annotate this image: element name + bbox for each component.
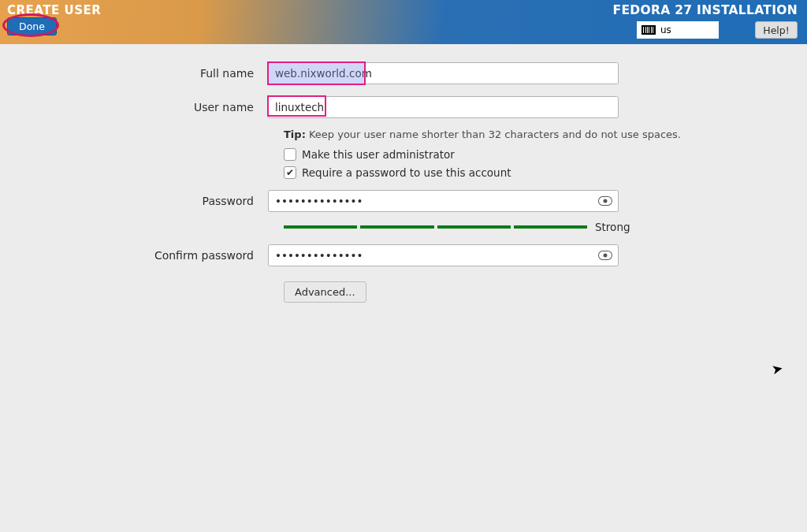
- password-strength-meter: [284, 225, 587, 229]
- confirm-password-label: Confirm password: [0, 249, 268, 262]
- keyboard-icon: [642, 25, 656, 35]
- page-title: CREATE USER: [7, 3, 101, 17]
- advanced-button[interactable]: Advanced...: [284, 281, 366, 303]
- eye-icon[interactable]: [598, 196, 612, 206]
- tip-text: Keep your user name shorter than 32 char…: [306, 128, 681, 140]
- keyboard-layout-selector[interactable]: us: [637, 21, 719, 39]
- cursor-icon: ➤: [770, 360, 784, 378]
- make-admin-checkbox[interactable]: [284, 148, 296, 161]
- user-name-input[interactable]: [268, 96, 619, 118]
- make-admin-label: Make this user administrator: [302, 148, 455, 161]
- done-button-wrap: Done: [7, 17, 57, 35]
- done-button[interactable]: Done: [7, 17, 57, 35]
- full-name-label: Full name: [0, 67, 268, 80]
- username-tip: Tip: Keep your user name shorter than 32…: [284, 128, 807, 140]
- password-strength-label: Strong: [595, 221, 630, 233]
- require-password-checkbox[interactable]: [284, 166, 296, 179]
- password-label: Password: [0, 195, 268, 207]
- confirm-password-input[interactable]: [268, 244, 619, 266]
- require-password-label: Require a password to use this account: [302, 166, 511, 179]
- create-user-form: Full name User name Tip: Keep your user …: [0, 62, 807, 303]
- tip-prefix: Tip:: [284, 128, 306, 140]
- installer-title: FEDORA 27 INSTALLATION: [613, 3, 798, 17]
- user-name-label: User name: [0, 101, 268, 113]
- password-input[interactable]: [268, 190, 619, 212]
- keyboard-layout-label: us: [660, 24, 671, 35]
- help-button[interactable]: Help!: [755, 21, 798, 39]
- eye-icon[interactable]: [598, 251, 612, 260]
- header-bar: CREATE USER Done FEDORA 27 INSTALLATION …: [0, 0, 807, 44]
- full-name-input[interactable]: [268, 62, 619, 84]
